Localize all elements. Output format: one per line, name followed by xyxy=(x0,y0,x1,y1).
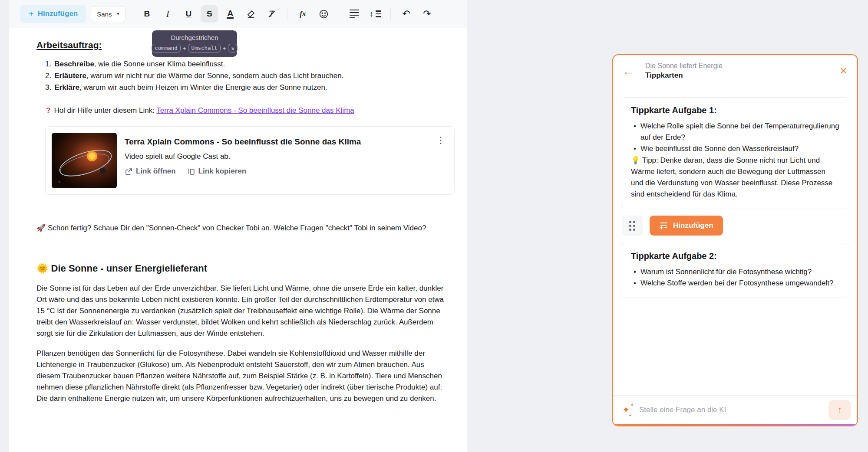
panel-subtitle: Die Sonne liefert Energie xyxy=(645,62,723,70)
playlist-add-icon xyxy=(659,222,668,229)
toolbar-divider xyxy=(390,8,391,20)
video-card-body: Terra Xplain Commons - So beeinflusst di… xyxy=(125,133,361,188)
bold-icon: B xyxy=(144,9,150,19)
insert-card-button[interactable]: Hinzufügen xyxy=(650,216,723,236)
challenge-line: 🚀 Schon fertig? Schaue Dir den "Sonnen-C… xyxy=(36,223,447,233)
paragraph: Pflanzen benötigen das Sonnenlicht für d… xyxy=(36,348,447,404)
list-item: 1. Beschreibe, wie die Sonne unser Klima… xyxy=(45,58,447,70)
tip-text: 💡 Tipp: Denke daran, dass die Sonne nich… xyxy=(631,155,839,200)
doc-heading: Arbeitsauftrag: xyxy=(36,40,447,50)
question-mark-icon: ? xyxy=(46,106,50,115)
highlighter-icon xyxy=(246,9,256,19)
external-link-icon xyxy=(125,167,133,176)
strikethrough-icon: S xyxy=(207,9,212,19)
drag-handle[interactable] xyxy=(622,215,643,236)
clear-format-icon xyxy=(267,9,277,19)
list-item: • Welche Rolle spielt die Sonne bei der … xyxy=(631,121,839,143)
chevron-down-icon: ▼ xyxy=(116,12,120,16)
italic-button[interactable]: I xyxy=(159,5,176,23)
back-button[interactable]: ← xyxy=(623,66,634,77)
line-height-icon: ↕ xyxy=(370,10,381,19)
align-left-icon xyxy=(350,10,359,19)
redo-icon: ↷ xyxy=(423,8,431,20)
italic-icon: I xyxy=(166,9,169,20)
line-height-button[interactable]: ↕ xyxy=(366,5,384,23)
underline-button[interactable]: U xyxy=(180,5,197,23)
tip-card-title: Tippkarte Aufgabe 1: xyxy=(631,105,839,115)
key-shift: Umschalt xyxy=(188,44,220,52)
tooltip-title: Durchgestrichen xyxy=(156,34,233,41)
tip-card-1: Tippkarte Aufgabe 1: • Welche Rolle spie… xyxy=(621,97,849,209)
terra-xplain-link[interactable]: Terra Xplain Commons - So beeinflusst di… xyxy=(156,106,354,115)
tip-card-bullets: • Warum ist Sonnenlicht für die Fotosynt… xyxy=(631,266,839,289)
emoji-icon xyxy=(319,9,329,19)
panel-header: ← Die Sonne liefert Energie Tippkarten ✕ xyxy=(613,55,857,86)
redo-button[interactable]: ↷ xyxy=(418,5,436,23)
panel-gradient-border xyxy=(613,424,857,426)
ai-send-button[interactable]: ↑ xyxy=(828,400,851,420)
video-thumbnail: ··✶·· xyxy=(52,133,117,188)
tippkarten-panel: ← Die Sonne liefert Energie Tippkarten ✕… xyxy=(612,54,858,426)
undo-button[interactable]: ↶ xyxy=(397,5,415,23)
kebab-icon: ⋮ xyxy=(436,135,446,145)
clear-format-button[interactable] xyxy=(263,5,281,23)
task-list: 1. Beschreibe, wie die Sonne unser Klima… xyxy=(45,58,447,93)
key-command: command xyxy=(152,44,181,52)
copy-link-button[interactable]: Link kopieren xyxy=(187,167,247,176)
list-item: 3. Erkläre, warum wir auch beim Heizen i… xyxy=(45,82,447,93)
undo-icon: ↶ xyxy=(402,8,410,20)
font-family-select[interactable]: Sans ▼ xyxy=(91,6,126,22)
editor-toolbar: + Hinzufügen Sans ▼ B I U S A xyxy=(9,0,467,28)
panel-title: Tippkarten xyxy=(645,71,723,80)
tooltip-shortcut: command + Umschalt + s xyxy=(156,44,233,52)
bold-button[interactable]: B xyxy=(138,5,155,23)
video-card-menu-button[interactable]: ⋮ xyxy=(433,133,448,147)
format-button-group: B I U S A fx xyxy=(138,5,436,23)
video-subtitle: Video spielt auf Google Cast ab. xyxy=(125,152,361,161)
formula-icon: fx xyxy=(300,10,306,18)
toolbar-divider xyxy=(287,8,287,20)
close-button[interactable]: ✕ xyxy=(840,66,848,77)
video-title: Terra Xplain Commons - So beeinflusst di… xyxy=(125,137,361,147)
tip-card-title: Tippkarte Aufgabe 2: xyxy=(631,251,839,261)
list-item: • Welche Stoffe werden bei der Fotosynth… xyxy=(631,278,839,289)
underline-icon: U xyxy=(185,9,191,19)
formula-button[interactable]: fx xyxy=(294,5,311,23)
tip-card-bullets: • Welche Rolle spielt die Sonne bei der … xyxy=(631,121,839,154)
svg-text:··✶··: ··✶·· xyxy=(56,180,63,183)
card-actions: Hinzufügen xyxy=(622,215,849,236)
panel-titles: Die Sonne liefert Energie Tippkarten xyxy=(645,62,723,80)
list-item: • Warum ist Sonnenlicht für die Fotosynt… xyxy=(631,266,839,278)
back-arrow-icon: ← xyxy=(623,65,634,78)
add-block-label: Hinzufügen xyxy=(38,10,78,18)
video-preview-card: ··✶·· Terra Xplain Commons - So beeinflu… xyxy=(45,126,455,195)
arrow-up-icon: ↑ xyxy=(838,405,842,415)
help-line: ?Hol dir Hilfe unter diesem Link: Terra … xyxy=(46,106,447,115)
copy-icon xyxy=(187,167,195,176)
document-body: Arbeitsauftrag: 1. Beschreibe, wie die S… xyxy=(9,28,467,404)
highlight-button[interactable] xyxy=(242,5,260,23)
paragraph: Die Sonne ist für das Leben auf der Erde… xyxy=(36,283,447,339)
panel-scroll-area[interactable]: Tippkarte Aufgabe 1: • Welche Rolle spie… xyxy=(613,90,857,395)
emoji-button[interactable] xyxy=(315,5,332,23)
ai-question-input[interactable] xyxy=(639,406,828,414)
tip-card-2: Tippkarte Aufgabe 2: • Warum ist Sonnenl… xyxy=(621,243,849,298)
font-family-value: Sans xyxy=(97,10,112,18)
toolbar-divider xyxy=(339,8,339,20)
strikethrough-button[interactable]: S xyxy=(201,5,218,23)
strikethrough-tooltip: Durchgestrichen command + Umschalt + s xyxy=(152,30,237,57)
list-item: 2. Erläutere, warum wir nicht nur die Wä… xyxy=(45,70,447,82)
ai-sparkle-icon: ✦✦✦ xyxy=(622,403,635,416)
text-color-button[interactable]: A xyxy=(221,5,239,23)
document-editor: + Hinzufügen Sans ▼ B I U S A xyxy=(9,0,467,452)
plus-icon: + xyxy=(29,11,34,17)
ai-input-bar: ✦✦✦ ↑ xyxy=(613,395,857,426)
align-button[interactable] xyxy=(346,5,363,23)
text-color-icon: A xyxy=(227,9,234,19)
key-s: s xyxy=(228,44,238,52)
close-icon: ✕ xyxy=(840,66,848,76)
add-block-button[interactable]: + Hinzufügen xyxy=(20,5,86,23)
open-link-button[interactable]: Link öffnen xyxy=(125,167,176,176)
section-heading: 🌞 Die Sonne - unser Energielieferant xyxy=(36,263,447,274)
insert-card-label: Hinzufügen xyxy=(673,221,713,230)
